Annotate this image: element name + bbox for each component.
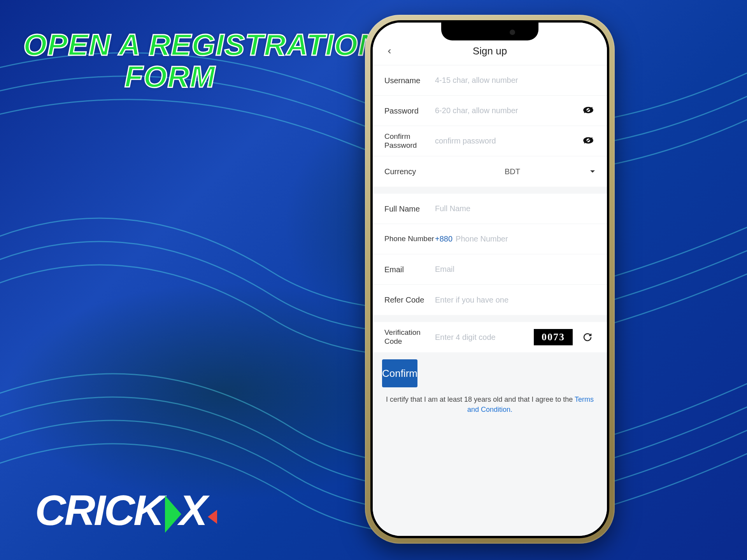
certify-statement: I certify that I am at least 18 years ol… [386, 396, 575, 403]
email-row: Email [373, 254, 607, 285]
phone-notch [441, 23, 538, 40]
email-label: Email [384, 265, 435, 274]
phone-label: Phone Number [384, 234, 435, 243]
back-button[interactable] [384, 46, 395, 57]
currency-value: BDT [435, 167, 590, 176]
password-label: Password [384, 106, 435, 116]
fullname-row: Full Name [373, 194, 607, 224]
confirm-button[interactable]: Confirm [382, 359, 417, 387]
fullname-label: Full Name [384, 204, 435, 214]
email-input[interactable] [435, 265, 595, 274]
caret-down-icon [590, 170, 595, 173]
eye-off-icon [583, 136, 594, 144]
phone-row: Phone Number +880 [373, 224, 607, 254]
username-row: Username [373, 65, 607, 96]
username-label: Username [384, 76, 435, 85]
logo-text-1: CRICK [35, 485, 163, 535]
refer-input[interactable] [435, 296, 595, 304]
fullname-input[interactable] [435, 204, 595, 213]
certify-text: I certify that I am at least 18 years ol… [373, 394, 607, 426]
verification-label: Verification Code [384, 328, 435, 346]
refer-label: Refer Code [384, 295, 435, 304]
page-title: Sign up [473, 45, 507, 57]
password-row: Password [373, 96, 607, 126]
brand-logo: CRICK X [35, 485, 206, 535]
logo-accent-icon [208, 510, 217, 524]
headline: OPEN A REGISTRATION FORM [23, 29, 381, 93]
chevron-left-icon [386, 47, 393, 55]
confirm-password-row: Confirm Password [373, 126, 607, 156]
eye-off-icon [583, 106, 594, 114]
verification-row: Verification Code 0073 [373, 322, 607, 352]
headline-line2: FORM [23, 61, 381, 93]
password-input[interactable] [435, 106, 583, 115]
refresh-icon [583, 332, 592, 342]
captcha-image: 0073 [534, 329, 573, 345]
logo-arrow-icon [165, 495, 181, 533]
password-visibility-toggle[interactable] [583, 106, 595, 116]
phone-prefix[interactable]: +880 [435, 234, 452, 243]
currency-row[interactable]: Currency BDT [373, 156, 607, 187]
confirm-password-label: Confirm Password [384, 132, 435, 150]
username-input[interactable] [435, 76, 595, 85]
confirm-password-visibility-toggle[interactable] [583, 136, 595, 146]
refer-row: Refer Code [373, 285, 607, 315]
currency-label: Currency [384, 167, 435, 176]
currency-dropdown-icon [590, 168, 595, 175]
phone-input[interactable] [456, 234, 595, 243]
phone-frame: Sign up Username Password [365, 15, 615, 544]
headline-line1: OPEN A REGISTRATION [23, 28, 381, 62]
verification-input[interactable] [435, 333, 529, 342]
captcha-refresh-button[interactable] [580, 332, 595, 342]
logo-text-2: X [179, 485, 206, 535]
confirm-password-input[interactable] [435, 136, 583, 145]
